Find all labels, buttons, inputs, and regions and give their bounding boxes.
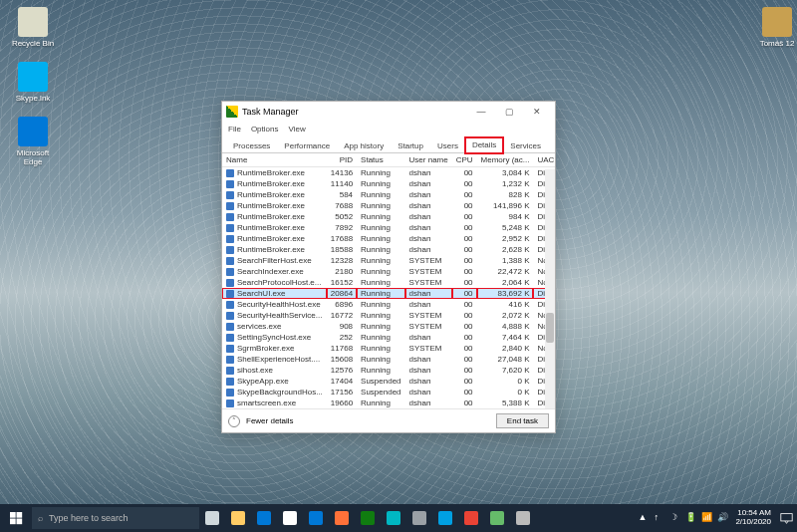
tab-details[interactable]: Details bbox=[465, 137, 503, 153]
taskbar-app-cortana[interactable] bbox=[381, 504, 406, 532]
taskbar-app-calculator[interactable] bbox=[406, 504, 432, 532]
taskbar-app-notepad[interactable] bbox=[484, 504, 510, 532]
table-row[interactable]: RuntimeBroker.exe7892Runningdshan005,248… bbox=[222, 222, 555, 233]
cell: 00 bbox=[452, 365, 477, 376]
table-row[interactable]: sihost.exe12576Runningdshan007,620 KDisa… bbox=[222, 365, 555, 376]
column-header[interactable]: PID bbox=[327, 153, 357, 167]
tray-icon[interactable]: 📶 bbox=[701, 512, 713, 524]
vertical-scrollbar[interactable] bbox=[545, 169, 555, 408]
cell: 5052 bbox=[327, 211, 357, 222]
table-row[interactable]: SkypeBackgroundHos...17156Suspendeddshan… bbox=[222, 387, 555, 398]
tab-processes[interactable]: Processes bbox=[226, 138, 277, 153]
table-row[interactable]: RuntimeBroker.exe584Runningdshan00828 KD… bbox=[222, 189, 555, 200]
scrollbar-thumb[interactable] bbox=[546, 313, 554, 343]
taskbar-app-xbox[interactable] bbox=[355, 504, 381, 532]
tab-app-history[interactable]: App history bbox=[337, 138, 391, 153]
desktop-icon-skype-lnk[interactable]: Skype.lnk bbox=[9, 62, 57, 103]
process-icon bbox=[226, 312, 234, 320]
tray-icon[interactable]: 🔋 bbox=[685, 512, 697, 524]
process-icon bbox=[226, 279, 234, 287]
chevron-up-icon[interactable]: ˄ bbox=[228, 415, 240, 427]
table-row[interactable]: RuntimeBroker.exe18588Runningdshan002,62… bbox=[222, 244, 555, 255]
cell: 7892 bbox=[327, 222, 357, 233]
tab-services[interactable]: Services bbox=[503, 138, 548, 153]
column-header[interactable]: Memory (ac... bbox=[477, 153, 534, 167]
table-row[interactable]: SettingSyncHost.exe252Runningdshan007,46… bbox=[222, 332, 555, 343]
tab-startup[interactable]: Startup bbox=[391, 138, 430, 153]
start-button[interactable] bbox=[0, 504, 32, 532]
cell: dshan bbox=[405, 365, 452, 376]
taskbar-app-photos[interactable] bbox=[432, 504, 458, 532]
close-button[interactable]: ✕ bbox=[523, 103, 551, 121]
cell: 00 bbox=[452, 299, 477, 310]
cell: SYSTEM bbox=[405, 255, 452, 266]
minimize-button[interactable]: — bbox=[467, 103, 495, 121]
titlebar[interactable]: Task Manager — ▢ ✕ bbox=[222, 102, 555, 122]
table-row[interactable]: SearchUI.exe20864Runningdshan0083,692 KD… bbox=[222, 288, 555, 299]
taskbar-app-firefox[interactable] bbox=[329, 504, 355, 532]
taskbar-app-unknown[interactable] bbox=[510, 504, 536, 532]
search-input[interactable]: ⌕ Type here to search bbox=[32, 507, 199, 529]
table-row[interactable]: RuntimeBroker.exe14136Runningdshan003,08… bbox=[222, 167, 555, 179]
taskbar-app-chrome[interactable] bbox=[458, 504, 484, 532]
table-row[interactable]: SearchIndexer.exe2180RunningSYSTEM0022,4… bbox=[222, 266, 555, 277]
tray-icon[interactable]: ☽ bbox=[669, 512, 681, 524]
desktop-icon-recycle-bin[interactable]: Recycle Bin bbox=[9, 7, 57, 48]
cell: ShellExperienceHost.... bbox=[222, 354, 327, 365]
column-header[interactable]: CPU bbox=[452, 153, 477, 167]
tab-users[interactable]: Users bbox=[430, 138, 465, 153]
desktop-icon-microsoft-edge[interactable]: Microsoft Edge bbox=[9, 117, 57, 166]
table-row[interactable]: RuntimeBroker.exe7688Runningdshan00141,8… bbox=[222, 200, 555, 211]
menubar: FileOptionsView bbox=[222, 122, 555, 135]
tab-performance[interactable]: Performance bbox=[277, 138, 337, 153]
menu-options[interactable]: Options bbox=[251, 125, 279, 133]
table-row[interactable]: RuntimeBroker.exe11140Runningdshan001,23… bbox=[222, 178, 555, 189]
action-center-button[interactable] bbox=[775, 504, 797, 532]
tray-icon[interactable]: ▲ bbox=[638, 512, 650, 524]
cell: 5,248 K bbox=[477, 222, 534, 233]
table-row[interactable]: RuntimeBroker.exe17688Runningdshan002,95… bbox=[222, 233, 555, 244]
windows-logo-icon bbox=[10, 512, 23, 525]
cell: 18588 bbox=[327, 244, 357, 255]
edge-icon bbox=[257, 511, 271, 525]
task-manager-window: Task Manager — ▢ ✕ FileOptionsView Proce… bbox=[221, 101, 556, 433]
table-row[interactable]: RuntimeBroker.exe5052Runningdshan00984 K… bbox=[222, 211, 555, 222]
column-header[interactable]: User name bbox=[405, 153, 452, 167]
tray-icon[interactable]: 🔊 bbox=[717, 512, 729, 524]
taskbar-app-file-explorer[interactable] bbox=[225, 504, 251, 532]
cell: 2,072 K bbox=[477, 310, 534, 321]
column-header[interactable]: Name bbox=[222, 153, 327, 167]
end-task-button[interactable]: End task bbox=[496, 413, 549, 428]
cell: Running bbox=[357, 200, 404, 211]
cell: Running bbox=[357, 332, 404, 343]
taskbar-app-task-view[interactable] bbox=[199, 504, 225, 532]
table-row[interactable]: SkypeApp.exe17404Suspendeddshan000 KDisa… bbox=[222, 376, 555, 387]
column-header[interactable]: UAC virtualizati... bbox=[533, 153, 555, 167]
taskbar-app-edge[interactable] bbox=[251, 504, 277, 532]
tray-icon[interactable]: ↑ bbox=[654, 512, 665, 524]
cell: 2180 bbox=[327, 266, 357, 277]
cell: 11768 bbox=[327, 343, 357, 354]
table-row[interactable]: SearchProtocolHost.e...16152RunningSYSTE… bbox=[222, 277, 555, 288]
maximize-button[interactable]: ▢ bbox=[495, 103, 523, 121]
desktop-icon-tom-12[interactable]: Tomáš 12 bbox=[753, 7, 797, 48]
cell: SecurityHealthHost.exe bbox=[222, 299, 327, 310]
tab-strip: ProcessesPerformanceApp historyStartupUs… bbox=[222, 135, 555, 153]
cell: Running bbox=[357, 178, 404, 189]
fewer-details-link[interactable]: Fewer details bbox=[246, 416, 294, 425]
app-icon bbox=[762, 7, 792, 37]
table-row[interactable]: SecurityHealthService...16772RunningSYST… bbox=[222, 310, 555, 321]
table-row[interactable]: SecurityHealthHost.exe6896Runningdshan00… bbox=[222, 299, 555, 310]
menu-view[interactable]: View bbox=[288, 125, 305, 133]
table-row[interactable]: ShellExperienceHost....15608Runningdshan… bbox=[222, 354, 555, 365]
window-title: Task Manager bbox=[242, 107, 299, 117]
clock[interactable]: 10:54 AM 2/10/2020 bbox=[735, 509, 775, 527]
taskbar-app-mail[interactable] bbox=[303, 504, 329, 532]
table-row[interactable]: SearchFilterHost.exe12328RunningSYSTEM00… bbox=[222, 255, 555, 266]
taskbar-app-store[interactable] bbox=[277, 504, 303, 532]
column-header[interactable]: Status bbox=[357, 153, 404, 167]
menu-file[interactable]: File bbox=[228, 125, 241, 133]
table-row[interactable]: services.exe908RunningSYSTEM004,888 KNot… bbox=[222, 321, 555, 332]
table-row[interactable]: smartscreen.exe19660Runningdshan005,388 … bbox=[222, 398, 555, 408]
table-row[interactable]: SgrmBroker.exe11768RunningSYSTEM002,840 … bbox=[222, 343, 555, 354]
